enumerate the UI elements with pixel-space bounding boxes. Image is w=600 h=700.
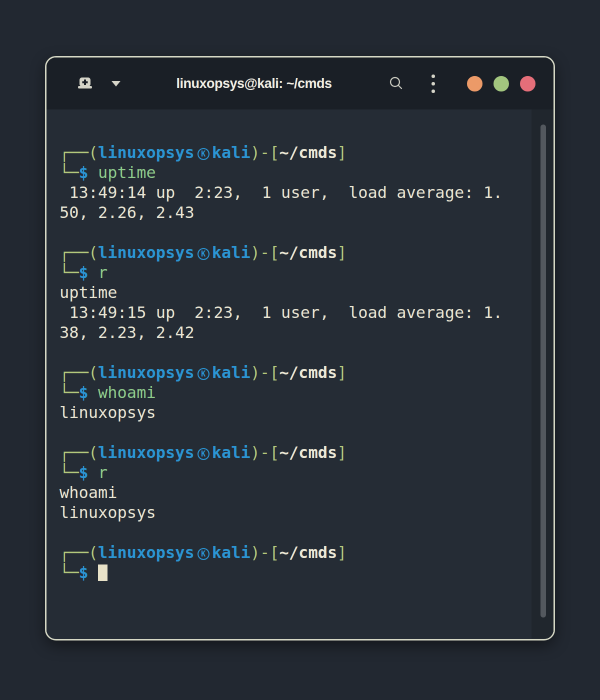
output-line: 38, 2.23, 2.42 [60,322,528,342]
search-button[interactable] [388,74,406,92]
prompt-dollar: $ [79,463,88,482]
prompt-username: linuxopsys [98,363,194,382]
kebab-menu-icon[interactable] [426,72,440,95]
prompt-path: ~/cmds [280,543,338,562]
blank-line [60,522,528,542]
kali-at-icon: K [198,148,210,160]
prompt-dollar: $ [79,563,88,582]
kali-at-icon: K [198,368,210,380]
minimize-button[interactable] [467,76,482,92]
prompt-frame-tail: └─ [60,463,79,482]
prompt-frame-open: ┌──( [60,443,98,462]
blank-line [60,342,528,362]
output-line: 13:49:15 up 2:23, 1 user, load average: … [60,302,528,322]
terminal-screen[interactable]: ┌──(linuxopsysKkali)-[~/cmds]└─$ uptime … [46,110,554,638]
prompt-path: ~/cmds [280,143,338,162]
prompt-frame-mid: )-[ [250,143,280,162]
prompt-username: linuxopsys [98,443,194,462]
prompt-frame-tail: └─ [60,383,79,402]
prompt-line-2: └─$ [60,562,528,582]
titlebar-right-group [388,72,536,95]
kali-at-icon: K [198,448,210,460]
prompt-path: ~/cmds [280,363,338,382]
prompt-frame-close: ] [337,443,346,462]
prompt-username: linuxopsys [98,243,194,262]
window-controls [467,76,536,92]
new-tab-icon [77,76,93,90]
terminal-content: ┌──(linuxopsysKkali)-[~/cmds]└─$ uptime … [60,142,528,582]
prompt-frame-mid: )-[ [250,243,280,262]
titlebar: linuxopsys@kali: ~/cmds [46,58,554,110]
prompt-line-1: ┌──(linuxopsysKkali)-[~/cmds] [60,542,528,562]
command-text: whoami [98,383,156,402]
prompt-hostname: kali [212,243,250,262]
prompt-frame-mid: )-[ [250,443,280,462]
maximize-button[interactable] [494,76,509,92]
prompt-username: linuxopsys [98,543,194,562]
window-title: linuxopsys@kali: ~/cmds [120,76,388,92]
dropdown-caret-icon[interactable] [112,81,120,86]
scrollbar-thumb[interactable] [540,124,546,618]
prompt-path: ~/cmds [280,443,338,462]
prompt-frame-open: ┌──( [60,243,98,262]
prompt-frame-open: ┌──( [60,143,98,162]
prompt-frame-open: ┌──( [60,363,98,382]
output-line: linuxopsys [60,502,528,522]
prompt-dollar: $ [79,163,88,182]
prompt-path: ~/cmds [280,243,338,262]
block-cursor[interactable] [98,564,108,581]
command-text: r [98,463,108,482]
search-icon [388,74,406,92]
prompt-frame-tail: └─ [60,263,79,282]
blank-line [60,222,528,242]
titlebar-left-group [76,76,120,91]
output-line: uptime [60,282,528,302]
prompt-line-2: └─$ r [60,462,528,482]
prompt-line-1: ┌──(linuxopsysKkali)-[~/cmds] [60,242,528,262]
output-line: 50, 2.26, 2.43 [60,202,528,222]
prompt-hostname: kali [212,363,250,382]
terminal-window: linuxopsys@kali: ~/cmds ┌──(linuxopsysKk… [45,56,555,640]
prompt-frame-tail: └─ [60,563,79,582]
prompt-dollar: $ [79,383,88,402]
prompt-dollar: $ [79,263,88,282]
close-button[interactable] [520,76,536,92]
prompt-hostname: kali [212,543,250,562]
prompt-hostname: kali [212,143,250,162]
prompt-frame-open: ┌──( [60,543,98,562]
prompt-line-1: ┌──(linuxopsysKkali)-[~/cmds] [60,142,528,162]
prompt-frame-close: ] [337,363,346,382]
output-line: linuxopsys [60,402,528,422]
prompt-hostname: kali [212,443,250,462]
prompt-frame-close: ] [337,243,346,262]
new-tab-button[interactable] [76,76,94,91]
prompt-username: linuxopsys [98,143,194,162]
prompt-line-2: └─$ uptime [60,162,528,182]
command-text: r [98,263,108,282]
blank-line [60,422,528,442]
prompt-line-2: └─$ r [60,262,528,282]
output-line: whoami [60,482,528,502]
prompt-frame-mid: )-[ [250,363,280,382]
command-text: uptime [98,163,156,182]
kali-at-icon: K [198,548,210,560]
prompt-line-1: ┌──(linuxopsysKkali)-[~/cmds] [60,442,528,462]
prompt-frame-close: ] [337,143,346,162]
prompt-line-1: ┌──(linuxopsysKkali)-[~/cmds] [60,362,528,382]
prompt-frame-tail: └─ [60,163,79,182]
prompt-line-2: └─$ whoami [60,382,528,402]
output-line: 13:49:14 up 2:23, 1 user, load average: … [60,182,528,202]
prompt-frame-mid: )-[ [250,543,280,562]
kali-at-icon: K [198,248,210,260]
prompt-frame-close: ] [337,543,346,562]
